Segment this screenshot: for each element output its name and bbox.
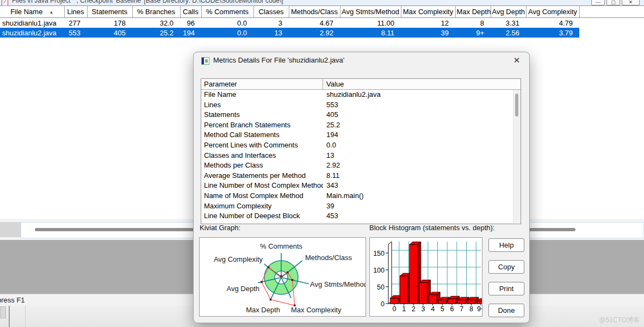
metric-parameter: Name of Most Complex Method xyxy=(201,191,323,201)
metric-value: shuzidianlu2.java xyxy=(323,90,521,100)
metrics-column-header-parameter[interactable]: Parameter xyxy=(201,79,323,89)
block-histogram-svg: 0501001500123456789+ xyxy=(370,238,482,316)
cell: 277 xyxy=(64,18,87,28)
status-text: press F1 xyxy=(0,294,25,306)
column-header-statements[interactable]: Statements xyxy=(87,6,132,18)
metric-parameter: Line Number of Most Complex Method xyxy=(201,181,323,191)
metrics-scrollbar[interactable] xyxy=(513,90,521,223)
metric-parameter: Statements xyxy=(201,110,323,120)
metric-value: 553 xyxy=(323,100,521,110)
column-header-calls[interactable]: Calls xyxy=(180,6,201,18)
copy-button[interactable]: Copy xyxy=(488,260,524,274)
svg-text:3: 3 xyxy=(422,305,425,313)
cell: shuzidianlu2.java xyxy=(0,28,64,38)
metric-parameter: Maximum Complexity xyxy=(201,201,323,212)
metrics-scrollbar-thumb[interactable] xyxy=(515,94,518,116)
cell: 2.56 xyxy=(491,28,526,38)
app-icon: ✓ xyxy=(2,0,8,5)
cell: 0.0 xyxy=(201,28,253,38)
cell: 32.0 xyxy=(132,18,180,28)
column-header-avg-complexity[interactable]: Avg Complexity xyxy=(526,6,579,18)
help-button[interactable]: Help xyxy=(488,238,524,252)
svg-text:Avg Depth: Avg Depth xyxy=(227,285,259,293)
metric-row[interactable]: Line Number of Deepest Block453 xyxy=(201,211,521,221)
maximize-button[interactable]: ▢ xyxy=(606,0,620,5)
metric-value: 39 xyxy=(323,201,521,212)
column-header-avg-stmts-method[interactable]: Avg Stmts/Method xyxy=(340,6,401,18)
metric-row[interactable]: Method Call Statements194 xyxy=(201,130,521,140)
metrics-list: Parameter Value File Nameshuzidianlu2.ja… xyxy=(201,78,521,224)
metric-parameter: Method Call Statements xyxy=(201,130,323,140)
metric-row[interactable]: Maximum Complexity39 xyxy=(201,201,521,212)
minimize-button[interactable]: — xyxy=(591,0,605,5)
metric-row[interactable]: Percent Lines with Comments0.0 xyxy=(201,140,521,151)
watermark: @51CTO博客 xyxy=(599,316,640,325)
cell: 3 xyxy=(253,18,289,28)
metric-parameter: Lines xyxy=(201,100,323,110)
metric-row[interactable]: Name of Most Complex MethodMain.main() xyxy=(201,191,521,201)
print-button[interactable]: Print xyxy=(488,282,524,295)
cell: 11.00 xyxy=(340,18,401,28)
svg-text:0: 0 xyxy=(381,300,385,308)
column-header-classes[interactable]: Classes xyxy=(253,6,289,18)
metric-parameter: Average Statements per Method xyxy=(201,171,323,181)
kiviat-graph: % CommentsMethods/ClassAvg Stmts/MethodM… xyxy=(199,237,366,317)
svg-text:Avg Stmts/Method: Avg Stmts/Method xyxy=(310,280,366,288)
svg-text:100: 100 xyxy=(373,267,385,274)
svg-text:5: 5 xyxy=(441,305,444,313)
svg-text:Methods/Class: Methods/Class xyxy=(305,254,352,262)
cell: 8.11 xyxy=(340,28,401,38)
metric-row[interactable]: Classes and Interfaces13 xyxy=(201,151,521,161)
dialog-titlebar[interactable]: Metrics Details For File 'shuzidianlu2.j… xyxy=(194,52,529,69)
metrics-list-header: Parameter Value xyxy=(201,79,521,90)
metric-value: 2.92 xyxy=(323,161,521,171)
window-titlebar[interactable]: ✓ Files in Java Project ' ', Checkpoint … xyxy=(0,0,644,5)
metric-row[interactable]: Average Statements per Method8.11 xyxy=(201,171,521,181)
metrics-dialog: Metrics Details For File 'shuzidianlu2.j… xyxy=(193,52,530,323)
cell: 8 xyxy=(455,18,491,28)
cell: 178 xyxy=(87,18,132,28)
file-row[interactable]: shuzidianlu2.java55340525.21940.0132.928… xyxy=(0,28,644,38)
column-header--comments[interactable]: % Comments xyxy=(201,6,253,18)
metric-row[interactable]: Methods per Class2.92 xyxy=(201,161,521,171)
svg-text:Max Complexity: Max Complexity xyxy=(291,306,342,314)
metric-parameter: Percent Branch Statements xyxy=(201,120,323,131)
metric-parameter: Percent Lines with Comments xyxy=(201,140,323,151)
svg-text:50: 50 xyxy=(377,283,385,291)
cell: 4.67 xyxy=(289,18,340,28)
metric-row[interactable]: Line Number of Most Complex Method343 xyxy=(201,181,521,191)
done-button[interactable]: Done xyxy=(488,304,524,317)
cell: 4.79 xyxy=(526,18,579,28)
column-header-file-name[interactable]: File Name▲ xyxy=(0,6,64,18)
column-header-lines[interactable]: Lines xyxy=(64,6,87,18)
column-header-avg-depth[interactable]: Avg Depth xyxy=(491,6,526,18)
column-header-max-depth[interactable]: Max Depth xyxy=(455,6,491,18)
sort-ascending-icon: ▲ xyxy=(49,10,53,15)
file-row[interactable]: shuzidianlu1.java27717832.0960.034.6711.… xyxy=(0,18,644,28)
files-header-row: File Name▲LinesStatements% BranchesCalls… xyxy=(0,6,644,18)
metric-parameter: Classes and Interfaces xyxy=(201,151,323,161)
footer-divider-2 xyxy=(25,306,26,327)
metric-row[interactable]: Statements405 xyxy=(201,110,521,120)
column-header-max-complexity[interactable]: Max Complexity xyxy=(401,6,455,18)
metric-row[interactable]: Lines553 xyxy=(201,100,521,110)
metric-row[interactable]: File Nameshuzidianlu2.java xyxy=(201,90,521,100)
cell: 194 xyxy=(180,28,201,38)
footer-divider xyxy=(9,306,10,327)
column-header-methods-class[interactable]: Methods/Class xyxy=(289,6,340,18)
metric-value: Main.main() xyxy=(323,191,521,201)
metric-parameter: File Name xyxy=(201,90,323,100)
metric-value: 405 xyxy=(323,110,521,120)
close-button[interactable]: ✕ xyxy=(622,0,640,5)
column-header--branches[interactable]: % Branches xyxy=(132,6,180,18)
svg-text:1: 1 xyxy=(402,305,406,313)
svg-text:6: 6 xyxy=(450,305,454,313)
cell: 25.2 xyxy=(132,28,180,38)
metric-value: 0.0 xyxy=(323,140,521,151)
dialog-close-icon[interactable]: ✕ xyxy=(510,54,523,67)
kiviat-graph-label: Kiviat Graph: xyxy=(200,224,240,232)
column-header-filler xyxy=(579,6,644,18)
metrics-column-header-value[interactable]: Value xyxy=(323,79,521,89)
metric-row[interactable]: Percent Branch Statements25.2 xyxy=(201,120,521,131)
cell-filler xyxy=(579,28,644,38)
